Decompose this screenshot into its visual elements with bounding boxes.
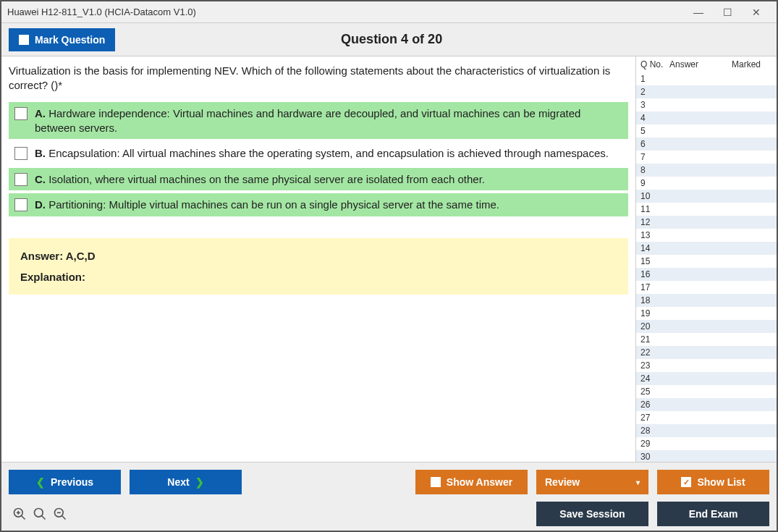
option-a[interactable]: A. Hardware independence: Virtual machin… [9,102,628,139]
list-item[interactable]: 22 [636,346,777,359]
qno-cell: 23 [640,360,669,371]
qno-cell: 14 [640,243,669,253]
question-list-sidebar: Q No. Answer Marked 12345678910111213141… [635,56,777,462]
list-item[interactable]: 16 [636,268,777,281]
list-item[interactable]: 3 [636,98,777,111]
list-item[interactable]: 27 [636,411,777,424]
qno-cell: 7 [640,152,669,162]
title-bar: Huawei H12-811_V1.0 (HCIA-Datacom V1.0) … [1,1,777,23]
list-item[interactable]: 21 [636,333,777,346]
zoom-icon[interactable] [32,506,48,522]
list-item[interactable]: 30 [636,450,777,462]
list-item[interactable]: 13 [636,229,777,242]
qno-cell: 15 [640,256,669,266]
checkbox-icon[interactable] [14,147,28,160]
list-item[interactable]: 29 [636,437,777,450]
end-exam-button[interactable]: End Exam [657,502,769,526]
list-item[interactable]: 23 [636,359,777,372]
list-item[interactable]: 15 [636,255,777,268]
chevron-right-icon: ❯ [195,476,204,488]
list-item[interactable]: 14 [636,242,777,255]
question-list[interactable]: 1234567891011121314151617181920212223242… [636,72,777,462]
zoom-in-icon[interactable] [12,506,28,522]
footer: ❮ Previous Next ❯ Show Answer Review ▾ ✓… [1,462,777,531]
mark-question-label: Mark Question [35,34,105,46]
explanation-label: Explanation: [20,271,617,283]
col-answer: Answer [669,59,720,69]
option-text: C. Isolation, where virtual machines on … [35,172,485,187]
next-button[interactable]: Next ❯ [130,470,242,494]
chevron-down-icon: ▾ [636,478,640,486]
list-item[interactable]: 8 [636,164,777,177]
check-icon: ✓ [681,477,691,487]
qno-cell: 27 [640,413,669,423]
list-item[interactable]: 2 [636,85,777,98]
svg-point-4 [35,509,43,518]
checkbox-icon[interactable] [14,107,28,120]
close-icon[interactable]: ✕ [742,4,771,21]
qno-cell: 26 [640,400,669,410]
svg-line-7 [62,516,66,520]
list-item[interactable]: 5 [636,124,777,138]
qno-cell: 17 [640,282,669,292]
checkbox-icon [19,35,29,45]
option-text: B. Encapsulation: All virtual machines s… [35,146,609,161]
header-bar: Mark Question Question 4 of 20 [1,23,777,56]
qno-cell: 8 [640,165,669,175]
list-item[interactable]: 7 [636,151,777,164]
list-item[interactable]: 20 [636,320,777,333]
mark-question-button[interactable]: Mark Question [9,28,115,51]
qno-cell: 10 [640,191,669,201]
list-item[interactable]: 1 [636,72,777,85]
save-session-button[interactable]: Save Session [536,502,648,526]
list-item[interactable]: 26 [636,398,777,411]
chevron-left-icon: ❮ [36,476,45,488]
list-item[interactable]: 11 [636,203,777,216]
qno-cell: 12 [640,217,669,227]
list-item[interactable]: 18 [636,294,777,307]
qno-cell: 13 [640,230,669,240]
qno-cell: 3 [640,100,669,110]
list-item[interactable]: 24 [636,372,777,385]
list-item[interactable]: 19 [636,307,777,320]
checkbox-icon[interactable] [14,198,28,211]
list-item[interactable]: 17 [636,281,777,294]
qno-cell: 21 [640,334,669,345]
previous-button[interactable]: ❮ Previous [9,470,121,494]
list-item[interactable]: 9 [636,177,777,190]
maximize-icon[interactable]: ☐ [713,4,742,21]
show-answer-button[interactable]: Show Answer [415,470,528,494]
answer-label: Answer: A,C,D [20,250,617,262]
list-item[interactable]: 12 [636,216,777,229]
checkbox-icon[interactable] [14,173,28,186]
footer-row-2: Save Session End Exam [9,502,769,526]
question-text: Virtualization is the basis for implemen… [9,64,628,92]
col-qno: Q No. [640,59,669,69]
option-c[interactable]: C. Isolation, where virtual machines on … [9,168,628,191]
sidebar-header: Q No. Answer Marked [636,56,777,72]
qno-cell: 22 [640,347,669,358]
answer-box: Answer: A,C,D Explanation: [9,238,628,295]
content-pane: Virtualization is the basis for implemen… [1,56,635,462]
svg-line-1 [22,516,25,520]
qno-cell: 18 [640,295,669,305]
review-button[interactable]: Review ▾ [536,470,648,494]
qno-cell: 1 [640,74,669,84]
list-item[interactable]: 4 [636,111,777,124]
option-d[interactable]: D. Partitioning: Multiple virtual machin… [9,193,628,216]
qno-cell: 29 [640,439,669,449]
option-b[interactable]: B. Encapsulation: All virtual machines s… [9,142,628,165]
checkbox-icon [431,477,441,487]
zoom-out-icon[interactable] [52,506,68,522]
list-item[interactable]: 28 [636,424,777,437]
list-item[interactable]: 10 [636,190,777,203]
main-area: Virtualization is the basis for implemen… [1,56,777,462]
qno-cell: 20 [640,321,669,332]
list-item[interactable]: 6 [636,138,777,151]
list-item[interactable]: 25 [636,385,777,398]
option-text: D. Partitioning: Multiple virtual machin… [35,198,499,212]
window-title: Huawei H12-811_V1.0 (HCIA-Datacom V1.0) [7,7,684,17]
show-list-button[interactable]: ✓ Show List [657,470,769,494]
minimize-icon[interactable]: — [684,4,713,21]
question-number-title: Question 4 of 20 [115,32,668,47]
